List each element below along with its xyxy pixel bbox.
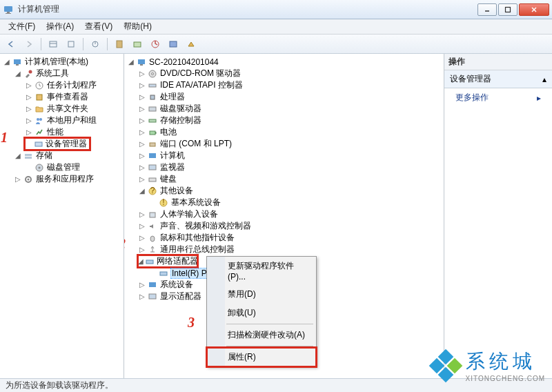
tb-icon-8[interactable] — [183, 37, 199, 52]
minimize-button[interactable] — [477, 3, 497, 16]
actions-section[interactable]: 设备管理器 ▴ — [444, 70, 552, 88]
tb-icon-5[interactable] — [129, 37, 146, 52]
svg-rect-4 — [506, 7, 511, 12]
tb-icon-3[interactable] — [87, 37, 103, 52]
dev-usb[interactable]: ▷通用串行总线控制器 — [138, 244, 442, 255]
tb-icon-2[interactable] — [63, 37, 79, 52]
cpu-icon — [147, 92, 158, 103]
tree-root[interactable]: ◢ 计算机管理(本地) — [3, 56, 122, 68]
tree-disk-mgmt[interactable]: ▷磁盘管理 — [25, 161, 122, 173]
collapse-icon[interactable]: ◢ — [14, 70, 21, 77]
expand-icon[interactable]: ▷ — [25, 81, 32, 89]
dev-keyboard[interactable]: ▷键盘 — [138, 173, 442, 185]
menu-view[interactable]: 查看(V) — [81, 19, 117, 34]
forward-button[interactable] — [21, 37, 37, 52]
svg-rect-30 — [138, 59, 145, 64]
ctx-properties[interactable]: 属性(R) — [207, 348, 316, 366]
dev-battery[interactable]: ▷电池 — [138, 126, 442, 138]
context-menu: 更新驱动程序软件(P)... 禁用(D) 卸载(U) 扫描检测硬件改动(A) 属… — [206, 256, 317, 367]
users-icon — [34, 115, 45, 126]
folder-icon — [34, 104, 45, 115]
collapse-icon[interactable]: ◢ — [14, 152, 21, 159]
storage-ctrl-icon — [147, 115, 158, 126]
collapse-icon[interactable]: ◢ — [127, 58, 135, 66]
tree-shared-folders[interactable]: ▷共享文件夹 — [25, 103, 122, 115]
status-text: 为所选设备卸载该驱动程序。 — [6, 380, 113, 391]
expand-icon[interactable]: ▷ — [14, 175, 21, 183]
ctx-uninstall[interactable]: 卸载(U) — [207, 304, 316, 322]
svg-text:!: ! — [162, 198, 164, 207]
monitor-icon — [147, 162, 158, 173]
computer-icon — [136, 57, 147, 68]
ctx-scan[interactable]: 扫描检测硬件改动(A) — [207, 326, 316, 344]
dev-dvd[interactable]: ▷DVD/CD-ROM 驱动器 — [138, 68, 442, 79]
expand-icon[interactable]: ▷ — [25, 117, 32, 124]
tree-systools[interactable]: ◢ 系统工具 — [14, 68, 122, 79]
chevron-up-icon: ▴ — [542, 75, 546, 84]
dev-base-sys[interactable]: ▷!基本系统设备 — [149, 197, 442, 208]
keyboard-icon — [147, 174, 158, 185]
svg-point-49 — [150, 236, 155, 242]
expand-icon[interactable]: ▷ — [25, 128, 32, 136]
menu-help[interactable]: 帮助(H) — [119, 19, 156, 34]
dev-computers[interactable]: ▷计算机 — [138, 150, 442, 161]
svg-point-33 — [152, 72, 154, 75]
close-button[interactable] — [519, 3, 549, 16]
clock-icon — [34, 80, 45, 91]
display-icon — [147, 291, 158, 302]
tb-icon-1[interactable] — [45, 37, 61, 52]
dev-disk[interactable]: ▷磁盘驱动器 — [138, 103, 442, 115]
window-controls — [477, 3, 549, 16]
dev-ports[interactable]: ▷端口 (COM 和 LPT) — [138, 138, 442, 150]
other-icon: ? — [147, 186, 158, 197]
svg-rect-1 — [7, 12, 10, 13]
maximize-button[interactable] — [498, 3, 518, 16]
svg-point-21 — [37, 118, 39, 121]
tb-icon-6[interactable] — [147, 37, 164, 52]
dev-mouse[interactable]: ▷鼠标和其他指针设备 — [138, 232, 442, 244]
collapse-icon[interactable]: ◢ — [138, 257, 144, 265]
tree-local-users[interactable]: ▷本地用户和组 — [25, 115, 122, 126]
dev-cpu[interactable]: ▷处理器 — [138, 91, 442, 103]
tb-icon-4[interactable] — [111, 37, 128, 52]
svg-rect-0 — [4, 6, 12, 12]
svg-rect-7 — [50, 41, 57, 47]
collapse-icon[interactable]: ◢ — [138, 187, 146, 195]
tree-task-scheduler[interactable]: ▷任务计划程序 — [25, 79, 122, 91]
expand-icon[interactable]: ▷ — [25, 105, 32, 112]
svg-rect-12 — [117, 41, 122, 48]
tree-services-apps[interactable]: ▷服务和应用程序 — [14, 173, 122, 185]
ctx-disable[interactable]: 禁用(D) — [207, 285, 316, 304]
dev-root[interactable]: ◢SC-202104201044 — [127, 56, 442, 68]
tb-icon-7[interactable] — [165, 37, 181, 52]
dev-storage-ctrl[interactable]: ▷存储控制器 — [138, 115, 442, 126]
svg-rect-2 — [6, 13, 11, 14]
tree-storage[interactable]: ◢ 存储 — [14, 150, 122, 161]
annotation-2: 2 — [124, 236, 126, 252]
network-icon — [145, 256, 155, 267]
ctx-update-driver[interactable]: 更新驱动程序软件(P)... — [207, 257, 316, 285]
svg-point-18 — [29, 70, 32, 73]
tree-performance[interactable]: ▷性能 — [25, 126, 122, 138]
dev-ide[interactable]: ▷IDE ATA/ATAPI 控制器 — [138, 79, 442, 91]
svg-point-22 — [39, 118, 42, 121]
svg-rect-25 — [25, 157, 32, 159]
computer-icon — [12, 57, 23, 68]
dev-network-adapters[interactable]: ◢网络适配器 — [138, 255, 197, 267]
actions-more[interactable]: 更多操作 ▸ — [444, 88, 552, 107]
dev-hid[interactable]: ▷人体学输入设备 — [138, 208, 442, 220]
menu-file[interactable]: 文件(F) — [4, 19, 39, 34]
dev-sound[interactable]: ▷声音、视频和游戏控制器 — [138, 220, 442, 232]
back-button[interactable] — [3, 37, 19, 52]
hid-icon — [147, 209, 158, 220]
dev-other[interactable]: ◢?其他设备 — [138, 185, 442, 197]
services-icon — [23, 174, 34, 185]
tree-device-manager[interactable]: ▷设备管理器 — [25, 138, 90, 150]
collapse-icon[interactable]: ◢ — [3, 58, 10, 66]
dev-monitor[interactable]: ▷监视器 — [138, 161, 442, 173]
svg-rect-17 — [16, 64, 19, 66]
expand-icon[interactable]: ▷ — [25, 93, 32, 101]
menu-action[interactable]: 操作(A) — [42, 19, 78, 34]
app-icon — [3, 4, 14, 15]
tree-event-viewer[interactable]: ▷事件查看器 — [25, 91, 122, 103]
